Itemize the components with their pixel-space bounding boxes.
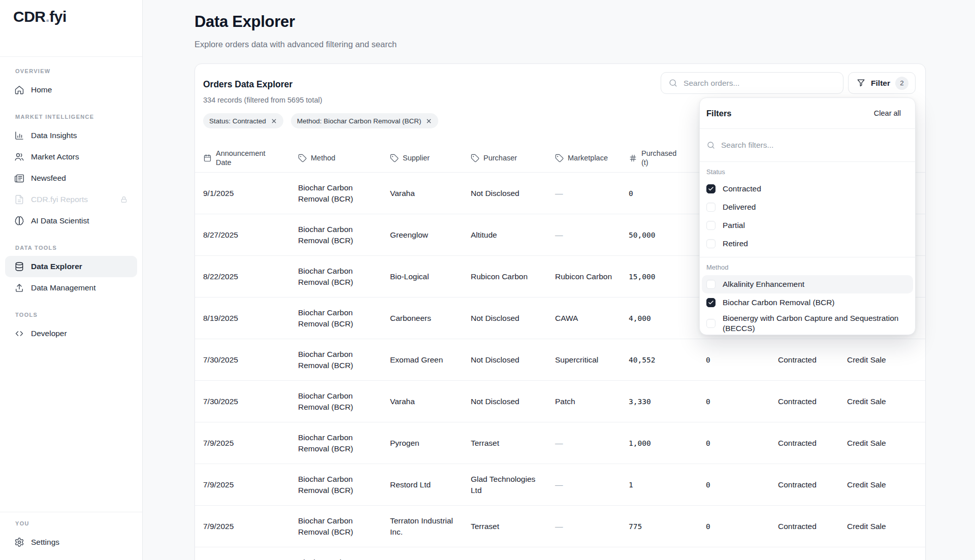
cell-text: Terraset <box>471 439 499 447</box>
cell-marketplace: Patch <box>555 396 629 407</box>
column-header-date[interactable]: Announcement Date <box>203 149 298 167</box>
cell-supplier: Carboneers <box>390 313 471 323</box>
cell-delivered: 0 <box>706 521 778 532</box>
cell-method: Biochar Carbon Removal (BCR) <box>298 224 390 246</box>
remove-filter-button[interactable] <box>426 118 432 124</box>
cell-text: Contracted <box>778 480 817 489</box>
cell-text: Credit Sale <box>847 480 886 489</box>
sidebar-item-settings[interactable]: Settings <box>5 532 137 553</box>
column-header-purchaser[interactable]: Purchaser <box>471 153 555 162</box>
brand-logo[interactable]: CDR.fyi <box>0 0 142 57</box>
orders-search-input[interactable] <box>684 79 836 88</box>
sidebar-item-data-insights[interactable]: Data Insights <box>5 125 137 146</box>
x-icon <box>271 118 277 124</box>
cell-text: 1 <box>629 481 633 489</box>
filter-option-label: Retired <box>723 238 748 249</box>
tag-icon <box>555 154 564 162</box>
column-header-method[interactable]: Method <box>298 153 390 162</box>
cell-method: Biochar Carbon Removal (BCR) <box>298 474 390 496</box>
filter-option-bioenergy-with-carbon-capture-and-sequestration-beccs[interactable]: Bioenergy with Carbon Capture and Seques… <box>702 312 913 335</box>
table-row[interactable]: 7/9/2025Biochar Carbon Removal (BCR)Rest… <box>195 464 925 506</box>
cell-text: Greenglow <box>390 230 428 239</box>
cell-text: Altitude <box>471 230 497 239</box>
filter-group-status: StatusContractedDeliveredPartialRetired <box>700 162 915 257</box>
cell-date: 8/27/2025 <box>203 229 298 240</box>
filter-button-label: Filter <box>871 79 890 88</box>
cell-text: Supercritical <box>555 355 598 364</box>
checkbox-biochar-carbon-removal-bcr[interactable] <box>706 298 716 307</box>
search-icon <box>668 78 678 88</box>
code-icon <box>14 328 24 339</box>
filter-option-retired[interactable]: Retired <box>702 235 913 253</box>
table-row[interactable]: 7/30/2025Biochar Carbon Removal (BCR)Exo… <box>195 339 925 381</box>
table-row[interactable]: 7/30/2025Biochar Carbon Removal (BCR)Var… <box>195 381 925 422</box>
sidebar-item-data-management[interactable]: Data Management <box>5 277 137 299</box>
cell-text: Varaha <box>390 397 415 406</box>
cell-text: 7/9/2025 <box>203 439 234 447</box>
filter-search-input[interactable] <box>721 141 908 150</box>
filter-button[interactable]: Filter 2 <box>848 72 916 94</box>
filter-option-partial[interactable]: Partial <box>702 216 913 235</box>
cell-marketplace: — <box>555 188 629 199</box>
nav-section-label: Tools <box>5 312 137 323</box>
cell-method: Biochar Carbon Removal (BCR) <box>298 557 390 560</box>
cell-delivered: 0 <box>706 355 778 365</box>
card-title: Orders Data Explorer <box>203 79 438 90</box>
table-row[interactable]: 7/9/2025Biochar Carbon Removal (BCR)Terr… <box>195 506 925 547</box>
cell-supplier: Exomad Green <box>390 354 471 365</box>
checkbox-contracted[interactable] <box>706 184 716 193</box>
filter-option-alkalinity-enhancement[interactable]: Alkalinity Enhancement <box>702 275 913 293</box>
filter-option-delivered[interactable]: Delivered <box>702 198 913 216</box>
sidebar-item-label: Data Insights <box>31 131 77 140</box>
cell-status: Contracted <box>778 396 847 407</box>
sidebar-item-label: Data Explorer <box>31 262 82 271</box>
gear-icon <box>14 537 24 547</box>
cell-text: 1,000 <box>629 439 651 447</box>
sidebar-item-market-actors[interactable]: Market Actors <box>5 146 137 168</box>
checkbox-delivered[interactable] <box>706 203 716 212</box>
cell-text: Contracted <box>778 522 817 531</box>
cell-text: 0 <box>706 481 710 489</box>
cell-text: 50,000 <box>629 231 655 239</box>
clear-all-button[interactable]: Clear all <box>874 109 901 117</box>
checkbox-retired[interactable] <box>706 239 716 248</box>
sidebar-item-home[interactable]: Home <box>5 79 137 101</box>
filter-option-biochar-carbon-removal-bcr[interactable]: Biochar Carbon Removal (BCR) <box>702 293 913 312</box>
sidebar-item-label: CDR.fyi Reports <box>31 195 88 204</box>
checkbox-bioenergy-with-carbon-capture-and-sequestration-beccs[interactable] <box>706 319 716 328</box>
checkbox-alkalinity-enhancement[interactable] <box>706 280 716 289</box>
table-row[interactable]: 7/9/2025Biochar Carbon Removal (BCR)Pyro… <box>195 422 925 464</box>
cell-purchased: 1,000 <box>629 438 706 448</box>
cell-delivered: 0 <box>706 397 778 407</box>
cell-purchaser: Terraset <box>471 521 555 532</box>
table-row[interactable]: Biochar Carbon Removal (BCR) <box>195 547 925 560</box>
sidebar-item-newsfeed[interactable]: Newsfeed <box>5 168 137 189</box>
sidebar-item-developer[interactable]: Developer <box>5 323 137 344</box>
cell-text: Patch <box>555 397 575 406</box>
cell-text: Terraton Industrial Inc. <box>390 516 453 536</box>
checkbox-partial[interactable] <box>706 221 716 230</box>
page-title: Data Explorer <box>194 13 926 30</box>
cell-date: 7/9/2025 <box>203 438 298 448</box>
brand-part2: fyi <box>49 8 67 25</box>
remove-filter-button[interactable] <box>271 118 277 124</box>
cell-text: Credit Sale <box>847 355 886 364</box>
orders-search[interactable] <box>661 72 843 94</box>
sidebar-item-cdr-fyi-reports[interactable]: CDR.fyi Reports <box>5 189 137 210</box>
column-header-supplier[interactable]: Supplier <box>390 153 471 162</box>
cell-purchaser: Not Disclosed <box>471 313 555 323</box>
column-header-purchased[interactable]: Purchased (t) <box>629 149 706 167</box>
column-header-marketplace[interactable]: Marketplace <box>555 153 629 162</box>
cell-type: Credit Sale <box>847 438 917 448</box>
sidebar-item-data-explorer[interactable]: Data Explorer <box>5 256 137 277</box>
cell-text: 775 <box>629 522 642 531</box>
sidebar-item-ai-data-scientist[interactable]: AI Data Scientist <box>5 210 137 232</box>
cell-marketplace: CAWA <box>555 313 629 323</box>
cell-supplier: Restord Ltd <box>390 479 471 490</box>
cell-supplier: Varaha <box>390 396 471 407</box>
cell-marketplace: — <box>555 521 629 532</box>
sidebar: CDR.fyi OverviewHomeMarket IntelligenceD… <box>0 0 143 560</box>
filter-option-contracted[interactable]: Contracted <box>702 180 913 198</box>
filter-search[interactable] <box>700 128 915 162</box>
cell-text: Not Disclosed <box>471 189 519 197</box>
